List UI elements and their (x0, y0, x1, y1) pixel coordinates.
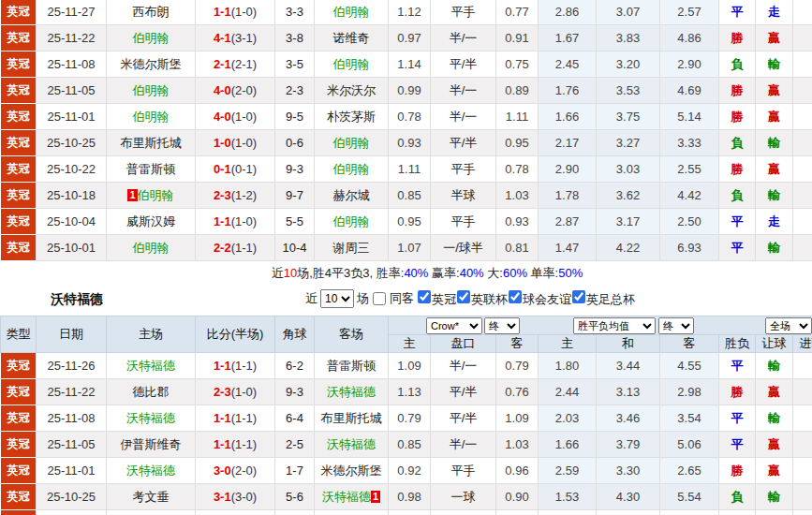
away-team-cell: 沃特福德 (315, 379, 389, 405)
home-team-cell: 米德尔斯堡 (107, 52, 196, 78)
asian-home-odds-cell: 0.78 (389, 104, 431, 130)
final-odds-select-asian[interactable]: 终 (484, 317, 520, 334)
corner-cell: 3-3 (275, 0, 315, 25)
asian-home-odds-cell: 0.99 (389, 78, 431, 104)
handicap-cell: 平手 (431, 156, 496, 183)
halftime-score: (2-0) (231, 83, 257, 97)
euro-home-odds-cell: 2.03 (539, 405, 597, 432)
handicap-cell: 半/一 (431, 353, 496, 379)
summary-segment: 单率: (527, 266, 558, 280)
halftime-score: (1-1) (231, 437, 257, 451)
date-cell: 25-11-01 (37, 458, 107, 484)
games-label: 场 (357, 290, 369, 307)
asian-home-odds-cell: 0.79 (389, 405, 431, 432)
team-name: 普雷斯顿 (327, 359, 376, 373)
team-name: 布里斯托城 (321, 411, 382, 425)
winloss-result-cell: 平 (719, 0, 756, 25)
winloss-result-cell: 勝 (719, 25, 756, 52)
empty-cell (37, 510, 107, 515)
match-row: 英冠25-10-01伯明翰2-2(1-1)10-4谢周三1.07一/球半0.81… (1, 235, 812, 261)
fulltime-score: 3-1 (214, 490, 231, 504)
corner-cell: 3-5 (275, 52, 315, 78)
euro-home-odds-cell: 1.66 (539, 432, 597, 458)
handicap-cell: 平手 (431, 0, 496, 25)
handicap-cell: 半/一 (431, 432, 496, 458)
winloss-result-cell: 勝 (719, 379, 756, 405)
team-name: 沃特福德 (126, 411, 175, 425)
bookmaker-select[interactable]: Crow* (426, 317, 482, 334)
team-name: 伯明翰 (133, 31, 170, 45)
fulltime-score: 1-1 (214, 5, 231, 19)
euro-home-odds-cell: 1.53 (539, 484, 597, 510)
match-row: 英冠25-10-04威斯汉姆1-1(1-0)5-5伯明翰0.95平手0.932.… (1, 209, 812, 235)
euro-odds-source-select[interactable]: 胜平负均值 (573, 317, 656, 334)
winloss-result-cell: 負 (719, 183, 756, 209)
fulltime-score: 1-1 (214, 437, 231, 451)
fulltime-score: 3-0 (214, 464, 231, 478)
match-row: 英冠25-11-22伯明翰4-1(3-1)3-8诺维奇0.97半/一0.911.… (1, 25, 812, 52)
asian-away-odds-cell: 0.89 (496, 78, 539, 104)
summary-segment: 10 (284, 266, 297, 280)
euro-away-odds-cell: 4.86 (660, 25, 719, 52)
fulltime-score: 2-2 (214, 241, 231, 255)
fulltime-score: 4-0 (214, 83, 231, 97)
corner-cell: 9-7 (275, 183, 315, 209)
euro-away-odds-cell: 3.54 (660, 405, 719, 432)
date-cell: 25-10-01 (37, 235, 107, 261)
summary-segment: 赢率: (428, 266, 459, 280)
score-cell: 4-1(3-1) (196, 25, 275, 52)
team-name: 谢周三 (333, 241, 370, 255)
asian-home-odds-cell: 1.07 (389, 235, 431, 261)
date-cell: 25-11-26 (37, 353, 107, 379)
team-name: 米尔沃尔 (327, 83, 376, 97)
home-team-cell: 伯明翰 (107, 235, 196, 261)
league-checkbox-英联杯[interactable] (457, 290, 470, 303)
league-checkbox-英冠[interactable] (418, 290, 431, 303)
corner-cell: 1-7 (275, 458, 315, 484)
euro-away-odds-cell: 5.06 (660, 432, 719, 458)
date-cell: 25-10-04 (37, 209, 107, 235)
summary-segment: 50% (558, 266, 583, 280)
goals-result-cell (793, 183, 812, 209)
asian-away-odds-cell: 0.81 (496, 235, 539, 261)
goals-result-cell (793, 484, 812, 510)
team-name: 伯明翰 (333, 162, 370, 176)
handicap-result-cell: 贏 (756, 458, 793, 484)
league-checkbox-球会友谊[interactable] (509, 290, 522, 303)
final-odds-select-euro[interactable]: 终 (658, 317, 694, 334)
score-cell: 1-1(1-1) (196, 432, 275, 458)
goals-result-cell (793, 78, 812, 104)
match-count-select[interactable]: 10 (320, 289, 354, 308)
fulltime-score: 1-1 (214, 359, 231, 373)
col-header-score: 比分(半场) (196, 316, 275, 353)
winloss-result-cell: 勝 (719, 156, 756, 183)
euro-away-odds-cell: 4.55 (660, 353, 719, 379)
team-name: 诺维奇 (333, 31, 370, 45)
team-name: 伯明翰 (133, 241, 170, 255)
away-team-cell: 赫尔城 (315, 183, 389, 209)
col-header-handicap-result: 让球 (756, 335, 793, 353)
away-team-cell: 伯明翰 (315, 52, 389, 78)
home-team-cell: 沃特福德 (107, 353, 196, 379)
team-name: 伊普斯维奇 (121, 437, 182, 451)
same-away-checkbox[interactable] (373, 292, 386, 305)
league-checkbox-label: 球会友谊 (523, 292, 571, 306)
goals-result-cell (793, 432, 812, 458)
corner-cell: 2-3 (275, 78, 315, 104)
match-row: 英冠25-11-08米德尔斯堡2-1(2-1)3-5伯明翰1.14平/半0.75… (1, 52, 812, 78)
euro-draw-odds-cell: 3.30 (597, 458, 660, 484)
handicap-cell: 平手 (431, 458, 496, 484)
birmingham-history-table-wrap: 英冠25-11-27西布朗1-1(1-0)3-3伯明翰1.12平手0.772.8… (0, 0, 812, 261)
handicap-cell: 半/一 (431, 78, 496, 104)
team-name: 考文垂 (133, 490, 170, 504)
league-checkbox-英足总杯[interactable] (572, 290, 585, 303)
winloss-result-cell: 平 (719, 209, 756, 235)
scope-select[interactable]: 全场 (765, 317, 812, 334)
asian-home-odds-cell: 1.11 (389, 156, 431, 183)
handicap-result-cell: 輸 (756, 183, 793, 209)
away-team-cell: 沃特福德1 (315, 484, 389, 510)
same-away-label: 同客 (390, 290, 414, 307)
score-cell: 2-3(1-2) (196, 183, 275, 209)
euro-draw-odds-cell: 3.07 (597, 0, 660, 25)
asian-away-odds-cell: 0.79 (496, 353, 539, 379)
